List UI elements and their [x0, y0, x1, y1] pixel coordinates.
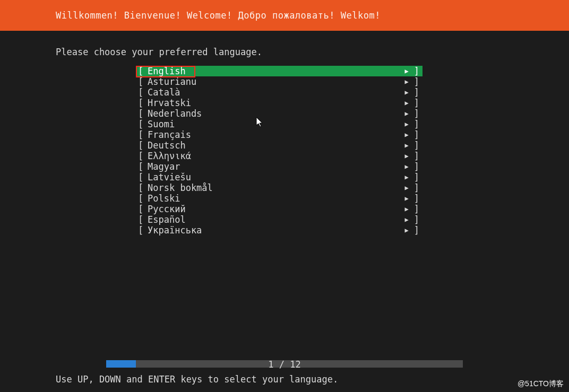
bracket-left: [: [136, 76, 148, 87]
language-label: Deutsch: [148, 140, 186, 151]
bracket-left: [: [136, 87, 148, 98]
bracket-right: ]: [412, 193, 419, 204]
submenu-arrow-icon: ▶: [401, 161, 412, 172]
language-label: Українська: [148, 225, 202, 236]
language-label: Nederlands: [148, 108, 202, 119]
language-option[interactable]: [Suomi▶]: [136, 119, 423, 129]
bracket-left: [: [136, 66, 148, 76]
bracket-right: ]: [412, 151, 419, 161]
submenu-arrow-icon: ▶: [401, 172, 412, 182]
language-label: Русский: [148, 204, 186, 214]
language-label: Asturianu: [148, 76, 196, 87]
language-option[interactable]: [Español▶]: [136, 214, 423, 225]
submenu-arrow-icon: ▶: [401, 225, 412, 236]
submenu-arrow-icon: ▶: [401, 204, 412, 214]
bracket-left: [: [136, 214, 148, 225]
language-option[interactable]: [Українська▶]: [136, 225, 423, 236]
submenu-arrow-icon: ▶: [401, 193, 412, 204]
language-label: English: [148, 66, 186, 76]
bracket-right: ]: [412, 204, 419, 214]
language-option[interactable]: [Hrvatski▶]: [136, 98, 423, 108]
language-label: Français: [148, 129, 191, 140]
language-option[interactable]: [Русский▶]: [136, 204, 423, 214]
submenu-arrow-icon: ▶: [401, 108, 412, 119]
bracket-right: ]: [412, 182, 419, 193]
submenu-arrow-icon: ▶: [401, 119, 412, 129]
installer-header: Willkommen! Bienvenue! Welcome! Добро по…: [0, 0, 569, 31]
watermark: @51CTO博客: [518, 379, 564, 389]
language-label: Català: [148, 87, 180, 98]
bracket-right: ]: [412, 66, 419, 76]
bracket-left: [: [136, 119, 148, 129]
language-option[interactable]: [Polski▶]: [136, 193, 423, 204]
submenu-arrow-icon: ▶: [401, 214, 412, 225]
footer-hint: Use UP, DOWN and ENTER keys to select yo…: [56, 374, 338, 385]
submenu-arrow-icon: ▶: [401, 76, 412, 87]
bracket-left: [: [136, 225, 148, 236]
bracket-left: [: [136, 161, 148, 172]
bracket-left: [: [136, 129, 148, 140]
submenu-arrow-icon: ▶: [401, 87, 412, 98]
bracket-left: [: [136, 151, 148, 161]
bracket-left: [: [136, 172, 148, 182]
bracket-right: ]: [412, 214, 419, 225]
language-label: Magyar: [148, 161, 180, 172]
progress-area: 1 / 12: [0, 360, 569, 368]
submenu-arrow-icon: ▶: [401, 98, 412, 108]
bracket-right: ]: [412, 76, 419, 87]
language-option[interactable]: [Asturianu▶]: [136, 76, 423, 87]
bracket-right: ]: [412, 119, 419, 129]
progress-bar: 1 / 12: [106, 360, 463, 368]
bracket-right: ]: [412, 87, 419, 98]
submenu-arrow-icon: ▶: [401, 140, 412, 151]
bracket-left: [: [136, 204, 148, 214]
bracket-right: ]: [412, 108, 419, 119]
bracket-left: [: [136, 193, 148, 204]
language-option[interactable]: [Ελληνικά▶]: [136, 151, 423, 161]
language-menu[interactable]: [English▶][Asturianu▶][Català▶][Hrvatski…: [136, 66, 423, 236]
bracket-left: [: [136, 140, 148, 151]
submenu-arrow-icon: ▶: [401, 66, 412, 76]
bracket-right: ]: [412, 161, 419, 172]
bracket-right: ]: [412, 98, 419, 108]
language-label: Hrvatski: [148, 98, 191, 108]
submenu-arrow-icon: ▶: [401, 129, 412, 140]
bracket-right: ]: [412, 129, 419, 140]
language-option[interactable]: [English▶]: [136, 66, 423, 76]
bracket-right: ]: [412, 225, 419, 236]
language-option[interactable]: [Norsk bokmål▶]: [136, 182, 423, 193]
language-option[interactable]: [Català▶]: [136, 87, 423, 98]
bracket-left: [: [136, 182, 148, 193]
language-option[interactable]: [Latviešu▶]: [136, 172, 423, 182]
language-label: Ελληνικά: [148, 151, 191, 161]
bracket-left: [: [136, 108, 148, 119]
language-option[interactable]: [Deutsch▶]: [136, 140, 423, 151]
submenu-arrow-icon: ▶: [401, 182, 412, 193]
bracket-right: ]: [412, 172, 419, 182]
progress-label: 1 / 12: [106, 359, 463, 370]
language-option[interactable]: [Magyar▶]: [136, 161, 423, 172]
language-label: Polski: [148, 193, 180, 204]
language-label: Español: [148, 214, 186, 225]
prompt-text: Please choose your preferred language.: [0, 31, 569, 57]
language-label: Latviešu: [148, 172, 191, 182]
bracket-left: [: [136, 98, 148, 108]
submenu-arrow-icon: ▶: [401, 151, 412, 161]
language-label: Suomi: [148, 119, 175, 129]
header-title: Willkommen! Bienvenue! Welcome! Добро по…: [56, 10, 381, 21]
language-option[interactable]: [Français▶]: [136, 129, 423, 140]
bracket-right: ]: [412, 140, 419, 151]
language-label: Norsk bokmål: [148, 182, 213, 193]
language-option[interactable]: [Nederlands▶]: [136, 108, 423, 119]
